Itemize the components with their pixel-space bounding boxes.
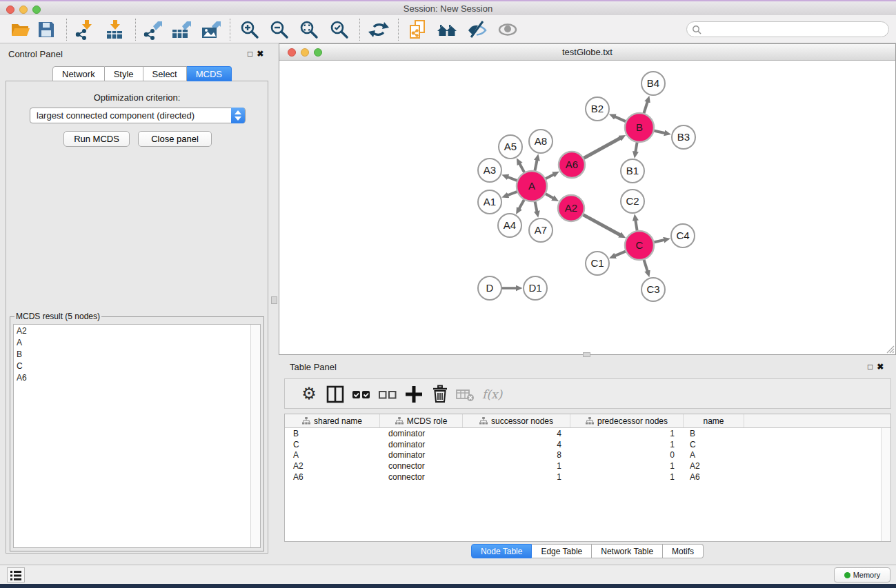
mcds-result-list[interactable]: A2ABCA6 — [13, 324, 261, 548]
export-network-icon[interactable] — [141, 19, 162, 40]
graph-node-C[interactable]: C — [625, 231, 654, 260]
graph-edge-B-B1[interactable] — [635, 141, 637, 153]
graph-node-C4[interactable]: C4 — [671, 224, 695, 247]
table-row[interactable]: Adominator80A — [285, 449, 890, 460]
network-graph[interactable]: B4B2BB3A5A8A6A3B1AA1C2A2A4A7C4CC1DD1C3 — [280, 61, 895, 354]
close-panel-button[interactable]: Close panel — [138, 131, 212, 147]
column-header-successor-nodes[interactable]: successor nodes — [463, 414, 570, 427]
table-row[interactable]: A2connector11A2 — [285, 460, 890, 472]
graph-edge-A2-C[interactable] — [582, 214, 621, 236]
graph-node-C1[interactable]: C1 — [586, 252, 609, 275]
graph-edge-C-C4[interactable] — [653, 240, 665, 243]
graph-node-A5[interactable]: A5 — [499, 135, 522, 159]
export-image-icon[interactable] — [200, 19, 221, 40]
graph-edge-A-A7[interactable] — [535, 201, 537, 212]
graph-node-B4[interactable]: B4 — [641, 72, 665, 95]
graph-node-B[interactable]: B — [625, 113, 654, 142]
mcds-result-item[interactable]: C — [14, 360, 260, 372]
tab-node-table[interactable]: Node Table — [471, 544, 532, 558]
memory-button[interactable]: Memory — [834, 567, 890, 582]
resize-grip[interactable] — [886, 345, 895, 354]
home-icon[interactable] — [437, 19, 457, 40]
graph-edge-A-A1[interactable] — [507, 191, 518, 195]
zoom-out-icon[interactable] — [269, 19, 290, 40]
graph-node-C3[interactable]: C3 — [641, 278, 665, 301]
tab-motifs[interactable]: Motifs — [663, 544, 704, 558]
select-all-icon[interactable] — [351, 384, 372, 405]
graph-edge-C-C3[interactable] — [644, 258, 648, 272]
tab-style[interactable]: Style — [105, 66, 143, 81]
graph-edge-A-A4[interactable] — [519, 199, 525, 209]
graph-node-B2[interactable]: B2 — [586, 97, 609, 121]
graph-edge-A-A5[interactable] — [519, 163, 525, 174]
import-network-icon[interactable] — [74, 19, 94, 40]
table-row[interactable]: Cdominator41C — [285, 439, 890, 450]
add-column-icon[interactable] — [404, 384, 424, 405]
column-header-predecessor-nodes[interactable]: predecessor nodes — [570, 414, 684, 427]
graph-node-B1[interactable]: B1 — [621, 159, 644, 183]
graph-node-D1[interactable]: D1 — [524, 276, 547, 300]
tab-edge-table[interactable]: Edge Table — [532, 544, 592, 558]
mcds-result-item[interactable]: B — [14, 348, 260, 360]
import-table-icon[interactable] — [104, 19, 125, 40]
search-input[interactable] — [704, 23, 883, 36]
graph-edge-C-C1[interactable] — [615, 251, 627, 256]
zoom-fit-icon[interactable] — [299, 19, 319, 40]
graph-node-A[interactable]: A — [517, 171, 547, 201]
graph-node-A8[interactable]: A8 — [529, 130, 552, 153]
table-scrollbar[interactable] — [881, 428, 890, 541]
column-header-name[interactable]: name — [684, 414, 744, 427]
graph-node-A6[interactable]: A6 — [559, 152, 585, 178]
table-row[interactable]: Bdominator41B — [285, 428, 890, 439]
table-row[interactable]: A6connector11A6 — [285, 472, 890, 483]
float-panel-icon[interactable]: □ — [248, 49, 257, 59]
list-scrollbar[interactable] — [250, 325, 260, 547]
open-file-icon[interactable] — [10, 19, 31, 40]
column-header-MCDS-role[interactable]: MCDS role — [380, 414, 463, 427]
export-table-icon[interactable] — [170, 19, 191, 40]
mcds-result-item[interactable]: A2 — [14, 325, 260, 336]
graph-edge-B-B3[interactable] — [653, 130, 666, 133]
zoom-in-icon[interactable] — [239, 19, 260, 40]
optimization-criterion-select[interactable]: largest connected component (directed) — [30, 108, 246, 123]
graph-node-D[interactable]: D — [478, 276, 501, 300]
graph-edge-B-B4[interactable] — [644, 101, 648, 114]
clone-network-icon[interactable] — [408, 19, 428, 40]
task-history-button[interactable] — [7, 567, 25, 582]
hide-panels-icon[interactable] — [466, 19, 487, 40]
split-divider-handle[interactable] — [583, 352, 590, 357]
gear-icon[interactable]: ⚙ — [299, 384, 319, 405]
graph-edge-B-B2[interactable] — [615, 116, 627, 122]
network-canvas[interactable]: B4B2BB3A5A8A6A3B1AA1C2A2A4A7C4CC1DD1C3 — [280, 61, 895, 354]
graph-edge-A6-B[interactable] — [583, 138, 621, 159]
deselect-all-icon[interactable] — [377, 384, 398, 405]
close-panel-icon[interactable]: ✖ — [257, 49, 268, 59]
mcds-result-item[interactable]: A6 — [14, 372, 260, 383]
graph-node-A7[interactable]: A7 — [529, 219, 552, 242]
graph-node-A3[interactable]: A3 — [478, 159, 501, 182]
save-session-icon[interactable] — [36, 19, 57, 40]
mcds-result-item[interactable]: A — [14, 336, 260, 348]
tab-network-table[interactable]: Network Table — [592, 544, 663, 558]
graph-edge-A-A6[interactable] — [545, 174, 555, 179]
delete-column-icon[interactable] — [430, 384, 450, 405]
graph-edge-A-A3[interactable] — [507, 177, 518, 181]
tab-network[interactable]: Network — [52, 66, 105, 81]
graph-node-C2[interactable]: C2 — [621, 190, 644, 213]
zoom-selected-icon[interactable] — [329, 19, 350, 40]
graph-node-A4[interactable]: A4 — [498, 214, 521, 237]
show-columns-icon[interactable] — [325, 384, 346, 405]
graph-node-A2[interactable]: A2 — [558, 195, 584, 221]
graph-node-B3[interactable]: B3 — [672, 125, 695, 149]
tab-select[interactable]: Select — [143, 66, 187, 81]
column-header-shared-name[interactable]: shared name — [285, 414, 380, 427]
graph-node-A1[interactable]: A1 — [478, 190, 501, 214]
graph-edge-A-A2[interactable] — [544, 193, 553, 199]
show-panels-icon[interactable] — [497, 19, 518, 40]
graph-edge-A-A8[interactable] — [535, 160, 537, 172]
float-panel-icon[interactable]: □ — [868, 362, 877, 372]
close-panel-icon[interactable]: ✖ — [877, 362, 888, 372]
split-divider-handle[interactable] — [271, 296, 277, 304]
tab-mcds[interactable]: MCDS — [187, 66, 232, 81]
refresh-icon[interactable] — [368, 19, 389, 40]
